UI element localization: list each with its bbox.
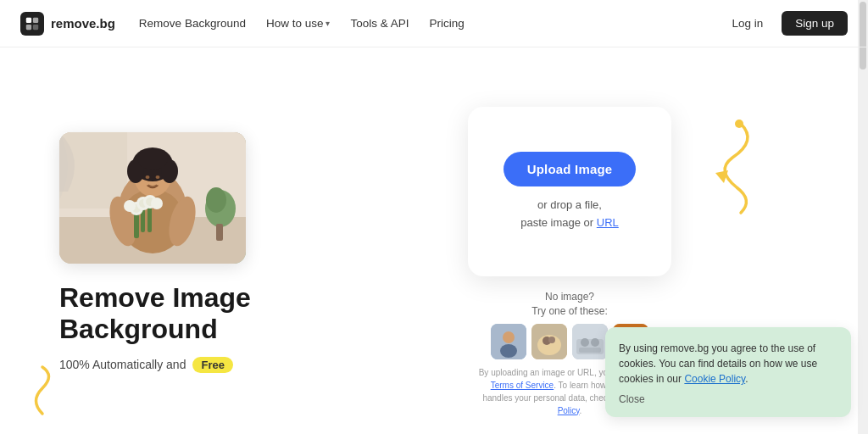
svg-rect-1: [33, 17, 38, 22]
hero-image: [59, 132, 246, 264]
sample-thumb-2[interactable]: [531, 324, 567, 359]
svg-point-19: [156, 175, 160, 179]
svg-rect-3: [33, 24, 38, 29]
upload-card: Upload Image or drop a file, paste image…: [468, 107, 671, 276]
svg-point-31: [151, 198, 163, 209]
left-section: Remove Image Background 100% Automatical…: [51, 81, 322, 373]
svg-point-8: [206, 187, 226, 213]
terms-link[interactable]: Terms of Service: [491, 381, 554, 390]
logo-icon: [20, 12, 44, 36]
cookie-close-button[interactable]: Close: [619, 393, 645, 405]
sample-thumb-3[interactable]: [572, 324, 608, 359]
svg-rect-0: [26, 17, 31, 22]
decoration-squiggle-top: [682, 115, 766, 220]
drop-text: or drop a file, paste image or URL: [520, 197, 619, 232]
nav-left: remove.bg Remove Background How to use ▾…: [20, 12, 465, 36]
free-badge: Free: [192, 357, 232, 373]
svg-point-33: [735, 120, 743, 128]
svg-point-44: [581, 338, 589, 347]
cookie-policy-link[interactable]: Cookie Policy: [684, 373, 745, 385]
svg-point-17: [137, 149, 168, 170]
login-button[interactable]: Log in: [721, 12, 773, 35]
svg-rect-2: [26, 24, 31, 29]
nav-links: Remove Background How to use ▾ Tools & A…: [139, 17, 465, 30]
cookie-text: By using remove.bg you agree to the use …: [619, 341, 837, 387]
hero-subtitle: 100% Automatically and Free: [59, 357, 322, 373]
svg-point-32: [124, 200, 136, 212]
upload-image-button[interactable]: Upload Image: [504, 152, 637, 186]
url-link[interactable]: URL: [597, 216, 619, 229]
nav-link-pricing[interactable]: Pricing: [430, 17, 465, 30]
svg-point-36: [503, 331, 515, 343]
nav-link-tools-api[interactable]: Tools & API: [350, 17, 409, 30]
chevron-down-icon: ▾: [326, 19, 330, 28]
svg-point-18: [146, 175, 150, 179]
svg-rect-9: [216, 224, 223, 241]
svg-rect-46: [579, 348, 601, 353]
svg-point-45: [591, 338, 599, 347]
paste-image-text: paste image or: [520, 216, 597, 229]
nav-right: Log in Sign up: [721, 11, 848, 36]
hero-image-placeholder: [59, 132, 246, 264]
signup-button[interactable]: Sign up: [782, 11, 848, 36]
nav-link-how-to-use[interactable]: How to use ▾: [266, 17, 331, 30]
scrollbar[interactable]: [858, 0, 868, 434]
decoration-squiggle-bottom: [25, 354, 93, 426]
samples-label: No image? Try one of these:: [531, 290, 608, 319]
cookie-banner: By using remove.bg you agree to the use …: [605, 327, 851, 417]
svg-rect-22: [134, 213, 139, 238]
nav-link-remove-background[interactable]: Remove Background: [139, 17, 246, 30]
svg-point-41: [548, 337, 555, 343]
hero-title: Remove Image Background: [59, 282, 322, 345]
sample-thumb-1[interactable]: [491, 324, 526, 359]
svg-rect-24: [147, 207, 152, 232]
navbar: remove.bg Remove Background How to use ▾…: [0, 0, 868, 47]
logo-text: remove.bg: [51, 16, 115, 31]
svg-point-37: [500, 344, 517, 358]
logo[interactable]: remove.bg: [20, 12, 115, 36]
